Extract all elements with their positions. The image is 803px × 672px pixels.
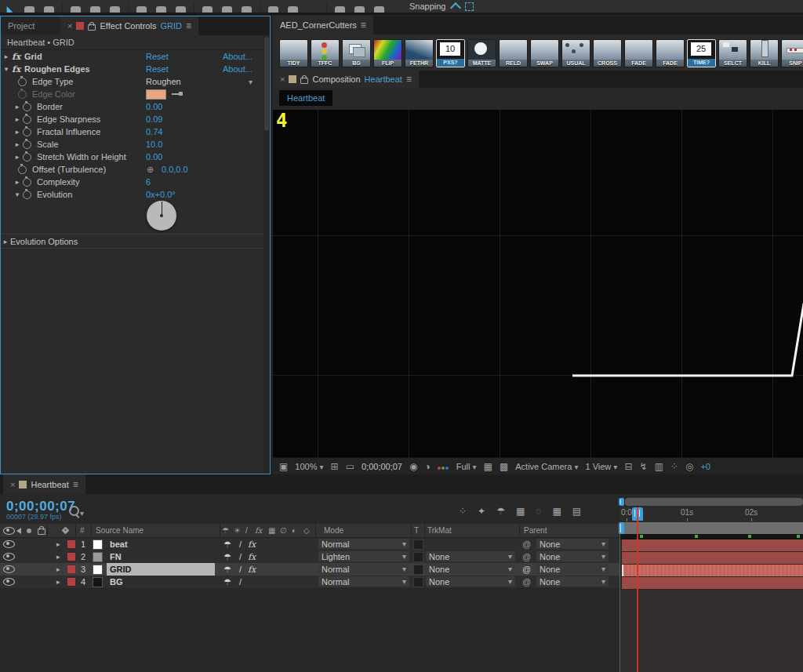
- stopwatch-icon[interactable]: [18, 90, 27, 99]
- camera-dropdown[interactable]: Active Camera ▾: [515, 462, 578, 471]
- aed-button-selct[interactable]: SELCT: [718, 39, 747, 67]
- clone-stamp-tool[interactable]: [217, 0, 237, 13]
- property-value[interactable]: 0x+0.0°: [146, 190, 176, 199]
- stage-icon[interactable]: ⊟: [624, 461, 632, 472]
- stopwatch-icon[interactable]: [23, 128, 31, 136]
- effect-row-grid[interactable]: ▸ fx Grid Reset About...: [1, 50, 263, 63]
- property-value[interactable]: 0.00: [146, 102, 162, 111]
- video-column-icon[interactable]: [3, 524, 15, 537]
- quality-toggle-icon[interactable]: /: [239, 576, 242, 588]
- stopwatch-icon[interactable]: [23, 103, 31, 111]
- disclosure-triangle[interactable]: ▸: [1, 238, 10, 245]
- parent-dropdown[interactable]: None▾: [536, 551, 609, 561]
- aed-button-fade-in[interactable]: FADE: [624, 39, 653, 67]
- panel-menu-icon[interactable]: ≡: [73, 479, 78, 490]
- hand-tool[interactable]: [20, 0, 39, 13]
- parent-dropdown[interactable]: None▾: [536, 564, 609, 574]
- layer-row-grid[interactable]: ▸ 3 GRID ☂ / fx Normal▾ None▾ @ None▾: [0, 563, 620, 576]
- about-link[interactable]: About...: [223, 64, 253, 74]
- panel-menu-icon[interactable]: ≡: [361, 20, 366, 31]
- evolution-options-row[interactable]: ▸ Evolution Options: [1, 234, 263, 249]
- label-color-square[interactable]: [67, 553, 75, 561]
- view-layout-dropdown[interactable]: 1 View ▾: [585, 462, 617, 471]
- axis-mode-world[interactable]: [350, 0, 369, 13]
- disclosure-triangle[interactable]: ▸: [12, 140, 23, 148]
- rotation-tool[interactable]: [66, 0, 85, 13]
- brush-tool[interactable]: [198, 0, 217, 13]
- axis-mode-local[interactable]: [330, 0, 350, 13]
- layer-row-fn[interactable]: ▸ 2 FN ☂ / fx Lighten▾ None▾ @ None▾: [0, 550, 620, 564]
- stopwatch-icon[interactable]: [18, 78, 27, 86]
- aed-pixels-input-button[interactable]: 10PXS?: [436, 39, 465, 67]
- label-color-square[interactable]: [67, 565, 75, 573]
- parent-dropdown[interactable]: None▾: [536, 576, 609, 587]
- pixel-aspect-icon[interactable]: ▥: [655, 461, 663, 472]
- tab-effect-controls[interactable]: × Effect Controls GRID ≡: [60, 16, 198, 35]
- disclosure-triangle[interactable]: ▸: [12, 115, 23, 123]
- aed-button-fade-out[interactable]: FADE: [656, 39, 685, 67]
- property-value[interactable]: 0.74: [146, 127, 162, 136]
- shy-toggle-icon[interactable]: ☂: [223, 576, 231, 588]
- keyframe-marker[interactable]: [797, 535, 800, 538]
- lock-icon[interactable]: [300, 78, 308, 84]
- source-name-column-header[interactable]: Source Name: [96, 524, 144, 537]
- shy-toggle-icon[interactable]: ☂: [223, 563, 231, 576]
- number-column-header[interactable]: #: [80, 524, 85, 537]
- reset-link[interactable]: Reset: [146, 64, 169, 74]
- axis-mode-view[interactable]: [369, 0, 389, 13]
- fx-switch-icon[interactable]: fx: [255, 524, 262, 537]
- color-management-icon[interactable]: [438, 462, 449, 471]
- aed-button-kill[interactable]: KILL: [750, 39, 779, 67]
- audio-column-icon[interactable]: [16, 524, 21, 537]
- exposure-value[interactable]: +0: [700, 462, 710, 471]
- layer-name[interactable]: FN: [107, 550, 125, 563]
- snapping-chevron-icon[interactable]: [449, 2, 460, 13]
- disclosure-triangle[interactable]: ▸: [12, 128, 23, 136]
- draft-3d-icon[interactable]: ✦: [478, 506, 485, 517]
- snapshot-icon[interactable]: ▣: [279, 461, 288, 472]
- composition-mini-flowchart-icon[interactable]: ⁘: [459, 506, 467, 517]
- preserve-transparency-checkbox[interactable]: [413, 552, 423, 562]
- parent-column-header[interactable]: Parent: [524, 524, 547, 537]
- disclosure-triangle[interactable]: ▸: [1, 53, 12, 60]
- pickwhip-icon[interactable]: @: [522, 576, 531, 588]
- label-color-square[interactable]: [67, 578, 75, 586]
- magnification-dropdown[interactable]: 100% ▾: [295, 462, 323, 471]
- preserve-transparency-checkbox[interactable]: [413, 577, 423, 587]
- snapshot-camera-icon[interactable]: ◉: [409, 461, 417, 472]
- pixels-value-field[interactable]: 10: [440, 42, 460, 56]
- fx-toggle-icon[interactable]: fx: [248, 563, 256, 576]
- edge-type-dropdown[interactable]: Roughen ▾: [146, 77, 253, 86]
- shutter-icon[interactable]: ◎: [685, 461, 693, 472]
- keyframe-marker[interactable]: [640, 535, 643, 538]
- disclosure-triangle[interactable]: ▸: [12, 178, 23, 186]
- selection-tool[interactable]: [0, 0, 20, 13]
- aed-time-input-button[interactable]: 25TIME?: [687, 39, 716, 67]
- lock-icon[interactable]: [88, 24, 96, 31]
- eye-icon[interactable]: [3, 553, 15, 561]
- mode-column-header[interactable]: Mode: [324, 524, 343, 537]
- stopwatch-icon[interactable]: [23, 153, 31, 162]
- aed-button-tffc[interactable]: TFFC: [311, 39, 340, 67]
- keyframe-marker[interactable]: [695, 535, 698, 538]
- layer-row-beat[interactable]: ▸ 1 beat ☂ / fx Normal▾ @ None▾: [0, 538, 620, 551]
- layer-expand-arrow[interactable]: ▸: [56, 538, 60, 550]
- timeline-navigator-bar[interactable]: [625, 498, 803, 506]
- disclosure-triangle[interactable]: ▾: [12, 191, 23, 198]
- mini-flowchart-icon[interactable]: ⁘: [670, 461, 678, 472]
- property-value[interactable]: 6: [146, 177, 151, 187]
- collapse-switch-icon[interactable]: ☀: [234, 524, 241, 537]
- puppet-pin-tool[interactable]: [283, 0, 303, 13]
- tab-aed-cornercutters[interactable]: AED_CornerCutters ≡: [273, 16, 373, 35]
- panel-menu-icon[interactable]: ≡: [406, 74, 412, 85]
- roto-brush-tool[interactable]: [263, 0, 283, 13]
- stopwatch-icon[interactable]: [23, 191, 31, 199]
- layer-bar-grid-selected[interactable]: [622, 565, 803, 576]
- tab-timeline-heartbeat[interactable]: × Heartbeat ≡: [3, 474, 85, 494]
- trkmat-dropdown[interactable]: None▾: [426, 576, 515, 587]
- blend-mode-dropdown[interactable]: Normal▾: [318, 539, 409, 549]
- preserve-transparency-checkbox[interactable]: [413, 539, 423, 550]
- shape-tool[interactable]: [132, 0, 151, 13]
- layer-row-bg[interactable]: ▸ 4 BG ☂ / Normal▾ None▾ @ None▾: [0, 576, 620, 589]
- search-icon[interactable]: [69, 506, 79, 516]
